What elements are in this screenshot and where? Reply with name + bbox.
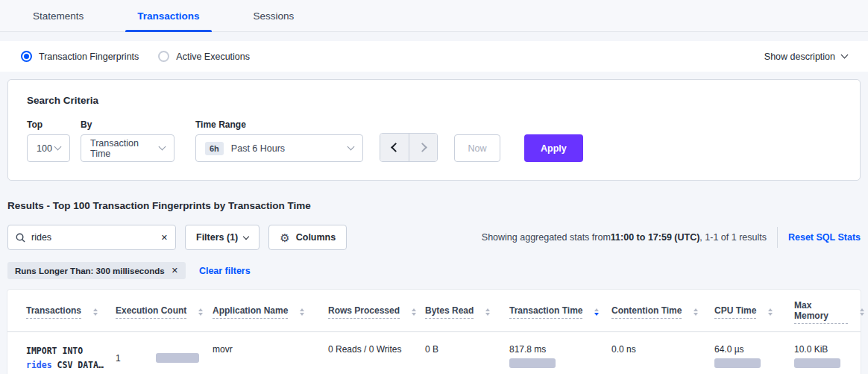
application-name-cell: movr xyxy=(213,332,328,374)
sort-icon[interactable] xyxy=(694,308,698,317)
tab-statements[interactable]: Statements xyxy=(21,1,95,31)
search-input[interactable] xyxy=(31,232,155,243)
active-filters-row: Runs Longer Than: 300 milliseconds ✕ Cle… xyxy=(7,262,868,279)
stats-prefix: Showing aggregated stats from xyxy=(482,232,611,243)
bytes-read-cell: 0 B xyxy=(425,332,509,374)
cpu-time-cell: 64.0 µs xyxy=(714,332,794,374)
execution-count-bar xyxy=(156,353,199,363)
vertical-divider xyxy=(777,227,778,248)
search-match-highlight: rides xyxy=(26,360,52,370)
stats-range: 11:00 to 17:59 (UTC) xyxy=(611,232,699,243)
tab-sessions[interactable]: Sessions xyxy=(242,1,306,31)
by-label: By xyxy=(81,119,174,130)
top-field: Top 100 xyxy=(27,119,70,162)
contention-time-cell: 0.0 ns xyxy=(611,332,714,374)
search-criteria-controls: Top 100 By Transaction Time Time Range 6… xyxy=(27,119,841,162)
radio-label: Transaction Fingerprints xyxy=(39,52,139,62)
time-next-button[interactable] xyxy=(409,134,437,161)
radio-label: Active Executions xyxy=(176,52,250,62)
sql-activity-tabbar: Statements Transactions Sessions xyxy=(0,0,868,32)
sort-icon[interactable] xyxy=(93,308,98,317)
results-table: Transactions Execution Count Application… xyxy=(7,290,861,374)
cpu-time-bar xyxy=(714,358,761,368)
top-value: 100 xyxy=(37,143,52,154)
time-range-value: Past 6 Hours xyxy=(231,143,285,154)
chevron-down-icon xyxy=(347,143,355,151)
search-icon xyxy=(16,233,25,243)
clear-search-icon[interactable]: ✕ xyxy=(161,233,168,243)
column-header-bytes-read: Bytes Read xyxy=(425,290,509,331)
transaction-time-bar xyxy=(509,358,556,368)
filter-pill: Runs Longer Than: 300 milliseconds ✕ xyxy=(7,262,186,279)
chevron-down-icon xyxy=(243,234,249,240)
columns-label: Columns xyxy=(296,232,336,243)
radio-active-executions[interactable]: Active Executions xyxy=(158,51,250,62)
show-description-label: Show description xyxy=(764,52,835,62)
stats-suffix: , 1-1 of 1 results xyxy=(699,232,767,243)
column-header-contention-time: Contention Time xyxy=(611,290,714,331)
time-prev-button[interactable] xyxy=(380,134,409,161)
by-value: Transaction Time xyxy=(90,138,160,159)
view-radio-group: Transaction Fingerprints Active Executio… xyxy=(21,51,250,62)
chevron-down-icon xyxy=(841,52,849,59)
max-memory-cell: 10.0 KiB xyxy=(794,332,864,374)
search-criteria-title: Search Criteria xyxy=(27,95,841,106)
time-range-field: Time Range 6h Past 6 Hours xyxy=(195,119,363,162)
reset-sql-stats-link[interactable]: Reset SQL Stats xyxy=(788,232,861,243)
remove-filter-icon[interactable]: ✕ xyxy=(172,266,178,275)
column-header-max-memory: Max Memory xyxy=(794,290,864,331)
by-field: By Transaction Time xyxy=(81,119,174,162)
results-heading: Results - Top 100 Transaction Fingerprin… xyxy=(7,200,868,211)
radio-selected-icon[interactable] xyxy=(21,51,32,62)
column-header-application-name: Application Name xyxy=(213,290,328,331)
clear-filters-link[interactable]: Clear filters xyxy=(199,266,251,276)
arrow-right-icon xyxy=(418,143,427,152)
column-header-transaction-time: Transaction Time xyxy=(509,290,611,331)
column-header-transactions: Transactions xyxy=(26,290,116,331)
time-nav-group xyxy=(380,133,438,162)
max-memory-bar xyxy=(794,358,840,368)
now-button[interactable]: Now xyxy=(454,134,500,162)
results-search-box: ✕ xyxy=(7,225,176,250)
results-controls-row: ✕ Filters (1) ⚙ Columns Showing aggregat… xyxy=(7,225,861,250)
aggregated-stats-text: Showing aggregated stats from 11:00 to 1… xyxy=(482,232,767,243)
view-toggle-band: Transaction Fingerprints Active Executio… xyxy=(0,41,868,72)
arrow-left-icon xyxy=(391,143,400,152)
execution-count-cell: 1 xyxy=(116,332,213,374)
radio-unselected-icon[interactable] xyxy=(158,51,169,62)
chevron-down-icon xyxy=(54,143,62,151)
table-row: IMPORT INTO rides CSV DATA… 1 movr 0 Rea… xyxy=(7,332,861,374)
sort-icon[interactable] xyxy=(860,308,864,317)
sort-icon[interactable] xyxy=(198,308,203,317)
sort-icon-active-desc[interactable] xyxy=(594,308,599,317)
transaction-fingerprint-link[interactable]: IMPORT INTO rides CSV DATA… xyxy=(26,332,116,374)
columns-button[interactable]: ⚙ Columns xyxy=(268,225,347,250)
filter-pill-label: Runs Longer Than: 300 milliseconds xyxy=(15,267,165,275)
top-label: Top xyxy=(27,119,70,130)
time-range-badge: 6h xyxy=(205,142,224,155)
column-header-rows-processed: Rows Processed xyxy=(328,290,425,331)
search-criteria-panel: Search Criteria Top 100 By Transaction T… xyxy=(7,79,861,181)
time-range-label: Time Range xyxy=(195,119,363,130)
column-header-cpu-time: CPU Time xyxy=(714,290,794,331)
sort-icon[interactable] xyxy=(412,308,416,317)
time-range-select[interactable]: 6h Past 6 Hours xyxy=(195,134,363,162)
gear-icon: ⚙ xyxy=(280,232,289,243)
column-header-execution-count: Execution Count xyxy=(116,290,213,331)
sort-icon[interactable] xyxy=(300,308,304,317)
sort-icon[interactable] xyxy=(485,308,490,317)
table-header-row: Transactions Execution Count Application… xyxy=(7,290,861,332)
transaction-time-cell: 817.8 ms xyxy=(509,332,611,374)
top-select[interactable]: 100 xyxy=(27,134,70,162)
apply-button[interactable]: Apply xyxy=(524,134,583,162)
sort-icon[interactable] xyxy=(768,308,773,317)
filters-label: Filters (1) xyxy=(196,232,238,243)
rows-processed-cell: 0 Reads / 0 Writes xyxy=(328,332,425,374)
tab-transactions[interactable]: Transactions xyxy=(125,1,211,31)
show-description-toggle[interactable]: Show description xyxy=(764,52,847,62)
filters-button[interactable]: Filters (1) xyxy=(185,225,260,250)
radio-transaction-fingerprints[interactable]: Transaction Fingerprints xyxy=(21,51,139,62)
by-select[interactable]: Transaction Time xyxy=(81,134,174,162)
